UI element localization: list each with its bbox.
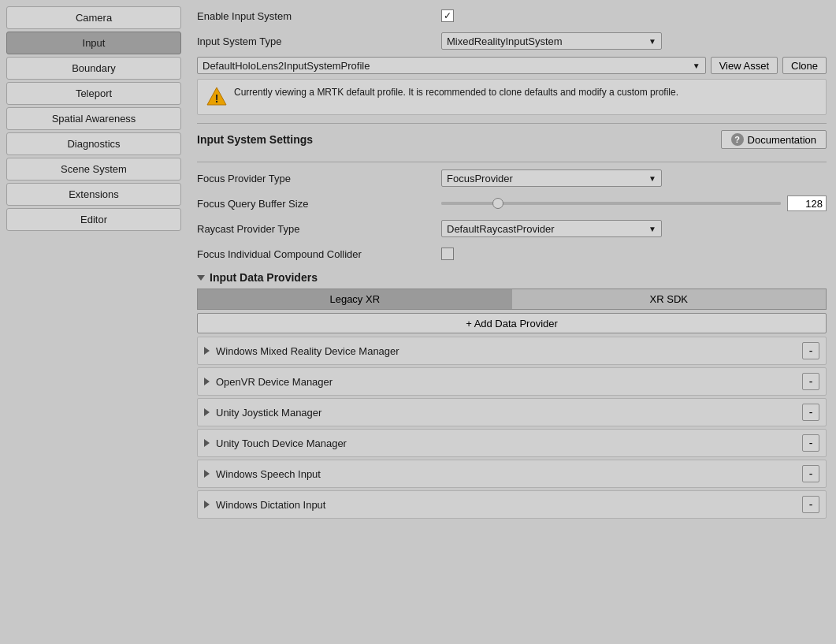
focus-query-slider[interactable] [441,202,781,205]
provider-remove-button[interactable]: - [802,434,819,452]
input-system-type-label: Input System Type [197,35,441,47]
documentation-button[interactable]: ? Documentation [721,130,827,149]
raycast-dropdown-arrow-icon: ▼ [642,225,656,233]
focus-query-label: Focus Query Buffer Size [197,198,441,210]
focus-query-slider-container [441,195,827,211]
enable-input-row: Enable Input System [197,6,827,25]
sidebar-item-extensions[interactable]: Extensions [6,183,181,206]
compound-collider-value [441,248,827,260]
list-item: Windows Mixed Reality Device Manager - [197,337,827,365]
provider-expand-icon[interactable] [204,408,210,416]
focus-query-value [441,195,827,211]
sidebar-item-editor[interactable]: Editor [6,208,181,231]
providers-header: Input Data Providers [197,271,827,284]
sidebar-item-teleport[interactable]: Teleport [6,82,181,105]
section-title: Input System Settings [197,133,313,146]
providers-section: Input Data Providers Legacy XR XR SDK + … [197,271,827,519]
focus-provider-value: FocusProvider ▼ [441,169,827,187]
help-icon: ? [731,133,744,146]
sidebar-item-spatial-awareness[interactable]: Spatial Awareness [6,107,181,130]
focus-query-number-input[interactable] [787,195,827,211]
sidebar-item-diagnostics[interactable]: Diagnostics [6,132,181,155]
sidebar-item-input[interactable]: Input [6,32,181,54]
clone-button[interactable]: Clone [782,57,827,74]
provider-remove-button[interactable]: - [802,404,819,421]
list-item: Windows Speech Input - [197,460,827,488]
raycast-dropdown[interactable]: DefaultRaycastProvider ▼ [441,220,662,237]
enable-input-checkbox[interactable] [441,9,454,22]
provider-label: Windows Speech Input [216,468,802,480]
svg-text:!: ! [215,92,219,105]
sidebar-item-camera[interactable]: Camera [6,6,181,29]
list-item: Windows Dictation Input - [197,490,827,519]
list-item: OpenVR Device Manager - [197,367,827,396]
provider-remove-button[interactable]: - [802,342,819,359]
provider-remove-button[interactable]: - [802,465,819,482]
list-item: Unity Touch Device Manager - [197,429,827,457]
raycast-label: Raycast Provider Type [197,223,441,235]
warning-icon: ! [206,86,228,108]
input-system-type-row: Input System Type MixedRealityInputSyste… [197,32,827,50]
provider-label: Windows Dictation Input [216,499,802,511]
focus-provider-dropdown[interactable]: FocusProvider ▼ [441,169,662,187]
input-system-type-value: MixedRealityInputSystem ▼ [441,32,827,50]
divider [197,162,827,162]
sidebar-item-scene-system[interactable]: Scene System [6,158,181,181]
provider-expand-icon[interactable] [204,378,210,385]
tab-legacy-xr[interactable]: Legacy XR [198,289,512,309]
enable-input-label: Enable Input System [197,10,441,22]
provider-remove-button[interactable]: - [802,373,819,390]
provider-expand-icon[interactable] [204,501,210,508]
focus-query-row: Focus Query Buffer Size [197,194,827,213]
provider-remove-button[interactable]: - [802,496,819,513]
provider-expand-icon[interactable] [204,347,210,355]
slider-thumb[interactable] [492,198,503,209]
providers-title: Input Data Providers [210,271,318,284]
input-system-type-dropdown[interactable]: MixedRealityInputSystem ▼ [441,32,662,50]
provider-label: Unity Joystick Manager [216,407,802,419]
tab-bar: Legacy XR XR SDK [197,288,827,310]
raycast-value: DefaultRaycastProvider ▼ [441,220,827,237]
add-data-provider-button[interactable]: + Add Data Provider [197,313,827,333]
warning-text: Currently viewing a MRTK default profile… [234,86,678,99]
compound-collider-checkbox[interactable] [441,248,454,260]
tab-xr-sdk[interactable]: XR SDK [512,289,827,309]
provider-label: OpenVR Device Manager [216,376,802,388]
provider-expand-icon[interactable] [204,470,210,478]
warning-box: ! Currently viewing a MRTK default profi… [197,79,827,115]
profile-row: DefaultHoloLens2InputSystemProfile ▼ Vie… [197,57,827,74]
provider-label: Unity Touch Device Manager [216,437,802,449]
view-asset-button[interactable]: View Asset [711,57,778,74]
sidebar: Camera Input Boundary Teleport Spatial A… [0,0,188,644]
focus-provider-dropdown-arrow-icon: ▼ [642,174,656,183]
compound-collider-label: Focus Individual Compound Collider [197,248,441,260]
section-header: Input System Settings ? Documentation [197,123,827,154]
profile-dropdown[interactable]: DefaultHoloLens2InputSystemProfile ▼ [197,57,706,74]
compound-collider-row: Focus Individual Compound Collider [197,244,827,263]
sidebar-item-boundary[interactable]: Boundary [6,57,181,80]
providers-collapse-icon[interactable] [197,275,205,281]
dropdown-arrow-icon: ▼ [642,37,656,46]
focus-provider-label: Focus Provider Type [197,173,441,184]
focus-provider-row: Focus Provider Type FocusProvider ▼ [197,169,827,188]
main-content: Enable Input System Input System Type Mi… [188,0,836,644]
profile-dropdown-arrow-icon: ▼ [693,61,700,70]
enable-input-value [441,9,827,22]
provider-label: Windows Mixed Reality Device Manager [216,345,802,357]
list-item: Unity Joystick Manager - [197,398,827,426]
provider-expand-icon[interactable] [204,439,210,447]
raycast-row: Raycast Provider Type DefaultRaycastProv… [197,219,827,238]
